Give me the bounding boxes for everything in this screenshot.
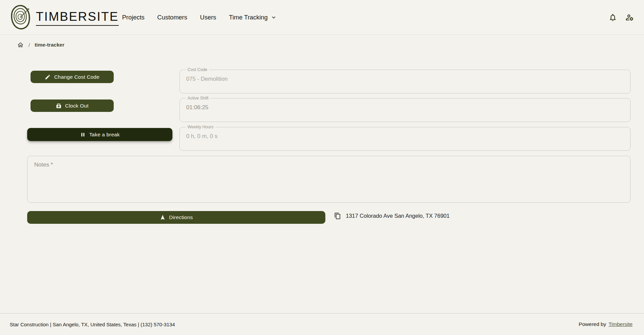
job-address-row: 1317 Colorado Ave San Angelo, TX 76901 xyxy=(334,212,449,219)
header-icons xyxy=(608,0,634,35)
cost-code-field: Cost Code 075 - Demolition xyxy=(179,67,631,93)
weekly-hours-field: Weekly Hours 0 h, 0 m, 0 s xyxy=(179,124,631,151)
notifications-icon[interactable] xyxy=(608,13,617,22)
directions-button[interactable]: Directions xyxy=(27,211,325,224)
navigation-arrow-icon xyxy=(160,214,166,220)
job-address: 1317 Colorado Ave San Angelo, TX 76901 xyxy=(346,213,449,219)
notes-input[interactable] xyxy=(27,156,631,203)
company-info: Star Construction | San Angelo, TX, Unit… xyxy=(10,322,175,327)
weekly-hours-value: 0 h, 0 m, 0 s xyxy=(186,133,626,140)
pencil-icon xyxy=(45,74,51,80)
nav-item-projects[interactable]: Projects xyxy=(122,14,145,21)
pause-icon xyxy=(80,132,86,138)
punch-clock-icon xyxy=(56,103,62,109)
breadcrumb-separator: / xyxy=(29,42,30,48)
breadcrumb-current: time-tracker xyxy=(35,42,64,48)
nav-item-time-tracking[interactable]: Time Tracking xyxy=(229,14,277,21)
main-nav: Projects Customers Users Time Tracking xyxy=(122,0,277,35)
brand-underline xyxy=(36,25,119,26)
timbersite-link[interactable]: Timbersite xyxy=(608,321,633,327)
home-icon[interactable] xyxy=(17,42,24,48)
weekly-hours-label: Weekly Hours xyxy=(186,124,215,130)
header: TIMBERSITE Projects Customers Users Time… xyxy=(0,0,644,35)
cost-code-label: Cost Code xyxy=(186,67,209,72)
nav-item-customers[interactable]: Customers xyxy=(157,14,187,21)
nav-item-users[interactable]: Users xyxy=(200,14,216,21)
take-a-break-button[interactable]: Take a break xyxy=(27,128,172,141)
tree-rings-logo-icon xyxy=(9,4,33,30)
brand-wordmark: TIMBERSITE xyxy=(36,10,119,23)
footer: Star Construction | San Angelo, TX, Unit… xyxy=(0,313,644,335)
brand-logo[interactable]: TIMBERSITE xyxy=(9,4,119,30)
active-shift-label: Active Shift xyxy=(186,95,210,101)
breadcrumb: / time-tracker xyxy=(17,42,64,48)
cost-code-value: 075 - Demolition xyxy=(186,76,626,82)
powered-by: Powered by Timbersite xyxy=(579,321,633,327)
page: TIMBERSITE Projects Customers Users Time… xyxy=(0,0,644,335)
clock-out-button[interactable]: Clock Out xyxy=(31,99,114,112)
chevron-down-icon xyxy=(270,14,277,21)
active-shift-field: Active Shift 01:06:25 xyxy=(179,95,631,122)
manage-account-icon[interactable] xyxy=(625,13,634,22)
active-shift-value: 01:06:25 xyxy=(186,104,626,111)
copy-icon[interactable] xyxy=(334,212,341,219)
change-cost-code-button[interactable]: Change Cost Code xyxy=(31,71,114,83)
